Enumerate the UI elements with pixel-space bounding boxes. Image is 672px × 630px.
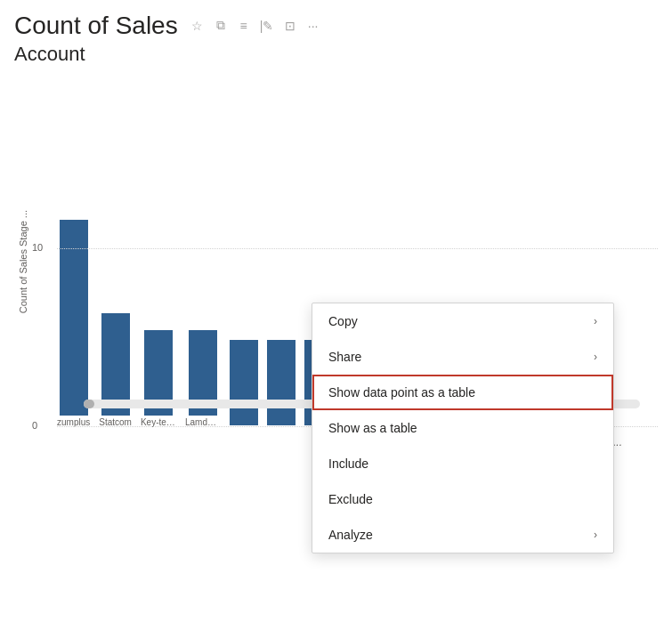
bar-group-statcom: Statcom (99, 313, 132, 427)
chart-subtitle: Account (14, 43, 658, 66)
menu-item-analyze[interactable]: Analyze › (312, 517, 613, 553)
bar-group-6 (267, 340, 296, 427)
bar-6[interactable] (267, 340, 296, 425)
menu-item-show-data-point[interactable]: Show data point as a table (312, 375, 613, 410)
filter-icon[interactable]: ≡ (235, 17, 253, 35)
scrollbar-thumb[interactable] (84, 400, 94, 408)
menu-item-share[interactable]: Share › (312, 339, 613, 375)
bar-group-5 (230, 340, 258, 427)
copy-icon[interactable]: ⧉ (212, 17, 230, 35)
menu-item-copy[interactable]: Copy › (312, 303, 613, 339)
menu-item-show-data-point-label: Show data point as a table (328, 385, 475, 400)
y-axis-label: Count of Sales Stage ... (14, 210, 28, 313)
bar-group-keytex: Key-tex... (141, 330, 176, 427)
star-icon[interactable]: ☆ (189, 17, 206, 35)
chart-title: Count of Sales (14, 11, 178, 41)
chevron-icon-share: › (594, 351, 597, 363)
menu-item-exclude[interactable]: Exclude (312, 481, 613, 517)
menu-item-show-table[interactable]: Show as a table (312, 410, 613, 446)
header-row: Count of Sales ☆ ⧉ ≡ |✎ ⊡ ··· (14, 11, 658, 41)
context-menu: Copy › Share › Show data point as a tabl… (312, 303, 614, 553)
more-icon[interactable]: ··· (304, 17, 322, 35)
menu-item-exclude-label: Exclude (328, 492, 373, 506)
chevron-icon-copy: › (594, 315, 597, 327)
menu-item-copy-label: Copy (328, 314, 358, 328)
menu-item-analyze-label: Analyze (328, 528, 373, 542)
bar-group-lamdex: Lamdex... (185, 330, 221, 427)
chevron-icon-analyze: › (594, 529, 597, 541)
expand-icon[interactable]: ⊡ (281, 17, 299, 35)
menu-item-include-label: Include (328, 456, 368, 471)
menu-item-show-table-label: Show as a table (328, 421, 417, 435)
edit-icon[interactable]: |✎ (258, 17, 276, 35)
bar-group-zumplus: zumplus (57, 220, 90, 427)
bar-5[interactable] (230, 340, 258, 425)
gridline-label-10: 10 (32, 242, 43, 253)
menu-item-include[interactable]: Include (312, 446, 613, 481)
gridline-10: 10 (57, 248, 658, 249)
menu-item-share-label: Share (328, 350, 361, 364)
header-icons: ☆ ⧉ ≡ |✎ ⊡ ··· (189, 17, 322, 35)
gridline-label-0: 0 (32, 420, 37, 431)
